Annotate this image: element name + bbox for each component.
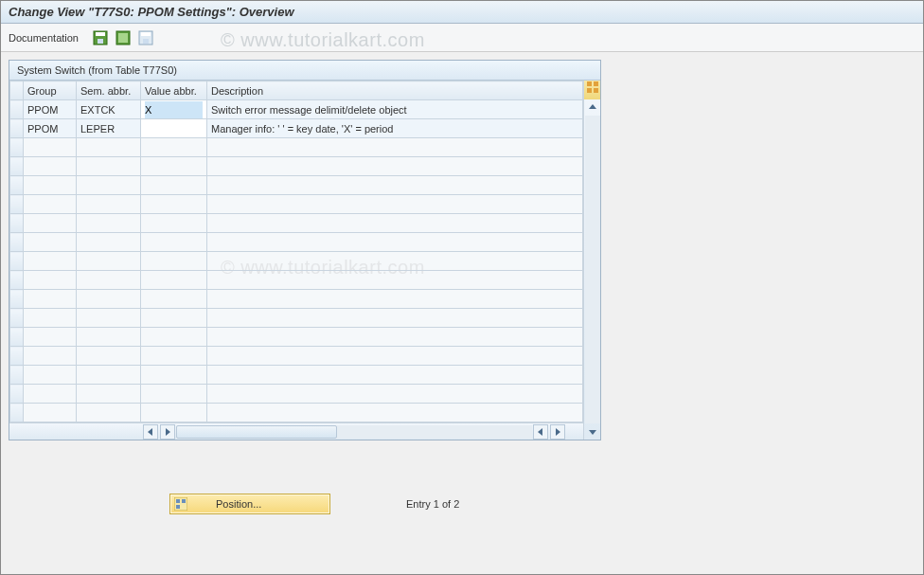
toolbar: Documentation bbox=[1, 24, 923, 52]
scroll-left-icon[interactable] bbox=[143, 424, 158, 440]
cell-group bbox=[24, 347, 77, 366]
cell-val[interactable] bbox=[141, 214, 207, 233]
panel-title: System Switch (from Table T77S0) bbox=[9, 61, 600, 81]
row-selector[interactable] bbox=[10, 233, 24, 252]
cell-group bbox=[24, 404, 77, 422]
cell-val[interactable] bbox=[141, 100, 207, 119]
cell-sem bbox=[77, 271, 141, 290]
h-scrollbar[interactable] bbox=[9, 422, 583, 440]
row-selector[interactable] bbox=[10, 176, 24, 195]
table-row bbox=[10, 252, 583, 271]
value-input[interactable] bbox=[145, 101, 203, 118]
table-row bbox=[10, 138, 583, 157]
cell-val[interactable] bbox=[141, 290, 207, 309]
cell-val[interactable] bbox=[141, 404, 207, 422]
table-row bbox=[10, 347, 583, 366]
cell-val[interactable] bbox=[141, 271, 207, 290]
cell-sem bbox=[77, 195, 141, 214]
table-row bbox=[10, 195, 583, 214]
cell-val[interactable] bbox=[141, 328, 207, 347]
cell-val[interactable] bbox=[141, 233, 207, 252]
v-scroll-track[interactable] bbox=[585, 116, 600, 423]
cell-val[interactable] bbox=[141, 157, 207, 176]
col-header-desc[interactable]: Description bbox=[207, 81, 583, 100]
table-row bbox=[10, 176, 583, 195]
row-selector[interactable] bbox=[10, 404, 24, 422]
cell-sem bbox=[77, 328, 141, 347]
table-config-icon[interactable] bbox=[584, 81, 600, 99]
row-selector-header[interactable] bbox=[10, 81, 24, 100]
h-scroll-thumb[interactable] bbox=[176, 425, 337, 439]
svg-rect-14 bbox=[182, 499, 186, 503]
table-row: PPOMLEPERManager info: ' ' = key date, '… bbox=[10, 119, 583, 138]
cell-val[interactable] bbox=[141, 176, 207, 195]
cell-val[interactable] bbox=[141, 385, 207, 404]
documentation-link[interactable]: Documentation bbox=[9, 32, 79, 44]
table-row bbox=[10, 214, 583, 233]
position-icon bbox=[174, 497, 187, 511]
cell-desc bbox=[207, 404, 583, 422]
scroll-left-end-icon[interactable] bbox=[533, 424, 548, 440]
cell-val[interactable] bbox=[141, 195, 207, 214]
row-selector[interactable] bbox=[10, 309, 24, 328]
h-scroll-track[interactable] bbox=[176, 425, 532, 439]
position-button[interactable]: Position... bbox=[169, 494, 330, 514]
v-scrollbar[interactable] bbox=[583, 81, 600, 440]
cell-desc bbox=[207, 195, 583, 214]
row-selector[interactable] bbox=[10, 100, 24, 119]
table-row bbox=[10, 290, 583, 309]
scroll-up-icon[interactable] bbox=[586, 99, 599, 115]
cell-group bbox=[24, 309, 77, 328]
svg-rect-2 bbox=[98, 39, 103, 44]
col-header-group[interactable]: Group bbox=[24, 81, 77, 100]
select-all-icon[interactable] bbox=[115, 29, 132, 46]
save-icon[interactable] bbox=[92, 29, 109, 46]
scroll-down-icon[interactable] bbox=[586, 424, 599, 440]
cell-group bbox=[24, 290, 77, 309]
scroll-right-end-icon[interactable] bbox=[550, 424, 565, 440]
cell-val[interactable] bbox=[141, 252, 207, 271]
footer: Position... Entry 1 of 2 bbox=[9, 494, 915, 514]
row-selector[interactable] bbox=[10, 347, 24, 366]
row-selector[interactable] bbox=[10, 138, 24, 157]
svg-rect-7 bbox=[143, 39, 149, 44]
scroll-right-icon[interactable] bbox=[160, 424, 175, 440]
row-selector[interactable] bbox=[10, 157, 24, 176]
cell-sem bbox=[77, 214, 141, 233]
cell-desc bbox=[207, 157, 583, 176]
cell-group bbox=[24, 328, 77, 347]
cell-val[interactable] bbox=[141, 366, 207, 385]
cell-desc bbox=[207, 328, 583, 347]
row-selector[interactable] bbox=[10, 290, 24, 309]
cell-sem bbox=[77, 385, 141, 404]
row-selector[interactable] bbox=[10, 252, 24, 271]
cell-sem: EXTCK bbox=[77, 100, 141, 119]
cell-val[interactable] bbox=[141, 309, 207, 328]
cell-sem: LEPER bbox=[77, 119, 141, 138]
cell-sem bbox=[77, 366, 141, 385]
row-selector[interactable] bbox=[10, 385, 24, 404]
cell-group bbox=[24, 233, 77, 252]
cell-val[interactable] bbox=[141, 347, 207, 366]
row-selector[interactable] bbox=[10, 366, 24, 385]
table-row bbox=[10, 233, 583, 252]
cell-val[interactable] bbox=[141, 138, 207, 157]
svg-rect-4 bbox=[118, 33, 128, 43]
title-bar: Change View "T77S0: PPOM Settings": Over… bbox=[1, 1, 923, 24]
deselect-icon[interactable] bbox=[137, 29, 154, 46]
row-selector[interactable] bbox=[10, 119, 24, 138]
row-selector[interactable] bbox=[10, 328, 24, 347]
col-header-sem[interactable]: Sem. abbr. bbox=[77, 81, 141, 100]
cell-val[interactable] bbox=[141, 119, 207, 138]
col-header-val[interactable]: Value abbr. bbox=[141, 81, 207, 100]
cell-desc bbox=[207, 385, 583, 404]
position-label: Position... bbox=[216, 498, 261, 510]
row-selector[interactable] bbox=[10, 271, 24, 290]
row-selector[interactable] bbox=[10, 214, 24, 233]
row-selector[interactable] bbox=[10, 195, 24, 214]
cell-desc: Manager info: ' ' = key date, 'X' = peri… bbox=[207, 119, 583, 138]
cell-desc bbox=[207, 290, 583, 309]
table-panel: System Switch (from Table T77S0) Group S… bbox=[9, 60, 601, 440]
value-input[interactable] bbox=[145, 120, 203, 137]
svg-rect-13 bbox=[176, 499, 180, 503]
